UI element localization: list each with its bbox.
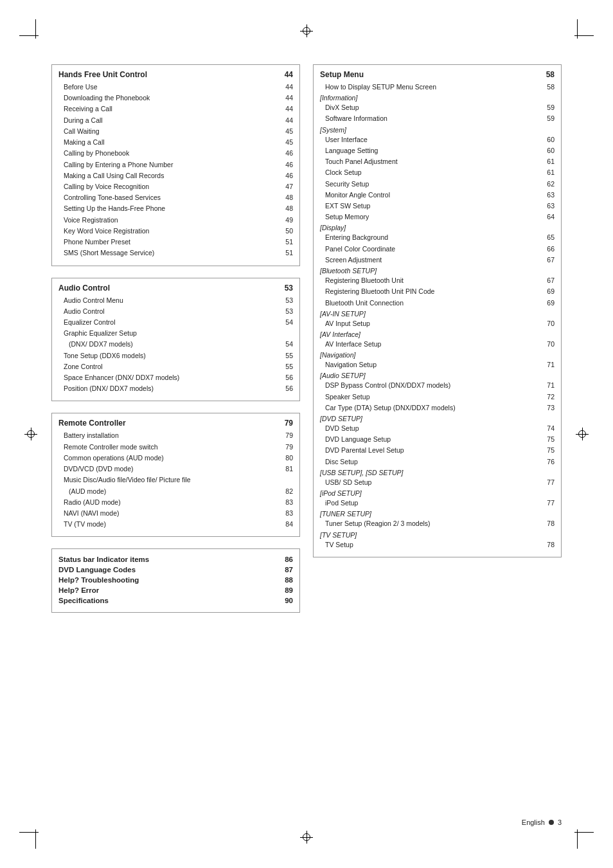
sm-entry-19: Registering Bluetooth Unit PIN Code 69: [320, 286, 555, 297]
hf-entry-5: Making a Call 45: [58, 137, 293, 148]
sm-cat-audiosetup: [Audio SETUP]: [320, 370, 555, 380]
sm-entry-39: iPod Setup 77: [320, 498, 555, 509]
rc-entry-4-sub: (AUD mode) 82: [58, 486, 293, 497]
hf-entry-7: Calling by Entering a Phone Number 46: [58, 159, 293, 170]
sm-cat-system: [System]: [320, 125, 555, 134]
page-footer: English 3: [522, 818, 562, 826]
bottom-item-2: Help? Troubleshooting 88: [58, 575, 293, 585]
footer-language: English: [522, 818, 545, 826]
hands-free-title-page: 44: [285, 70, 293, 79]
sm-entry-35: Disc Setup 76: [320, 457, 555, 467]
rc-entry-3: DVD/VCD (DVD mode) 81: [58, 464, 293, 475]
bottom-item-2-text: Help? Troubleshooting: [58, 576, 139, 584]
crop-mark-tl-v: [35, 19, 36, 39]
bottom-items-box: Status bar Indicator items 86 DVD Langua…: [51, 548, 300, 613]
hf-entry-9: Calling by Voice Recognition 47: [58, 181, 293, 192]
ac-entry-1: Audio Control 53: [58, 306, 293, 317]
setup-menu-header: Setup Menu 58: [320, 70, 555, 79]
sm-entry-18: Registering Bluetooth Unit 67: [320, 275, 555, 286]
ac-entry-6: Space Enhancer (DNX/ DDX7 models) 56: [58, 372, 293, 383]
hf-entry-6: Calling by Phonebook 46: [58, 148, 293, 159]
ac-entry-3-sub-page: 54: [285, 339, 293, 349]
sm-entry-37: USB/ SD Setup 77: [320, 477, 555, 488]
hands-free-box: Hands Free Unit Control 44 Before Use 44…: [51, 64, 300, 266]
bottom-item-0: Status bar Indicator items 86: [58, 554, 293, 565]
reg-mark-top: [300, 24, 313, 37]
sm-cat-information: [Information]: [320, 93, 555, 102]
reg-mark-left: [24, 428, 37, 440]
sm-entry-15: Panel Color Coordinate 66: [320, 244, 555, 255]
sm-entry-8: Clock Setup 61: [320, 167, 555, 178]
setup-menu-box: Setup Menu 58 How to Display SETUP Menu …: [313, 64, 562, 557]
sm-entry-9: Security Setup 62: [320, 179, 555, 190]
hf-entry-1: Downloading the Phonebook 44: [58, 93, 293, 104]
sm-cat-usbsd: [USB SETUP], [SD SETUP]: [320, 467, 555, 477]
bottom-item-0-text: Status bar Indicator items: [58, 556, 149, 563]
footer-dot: [549, 820, 554, 825]
rc-entry-4: Music Disc/Audio file/Video file/ Pictur…: [58, 475, 293, 485]
ac-entry-3-text: Graphic Equalizer Setup: [64, 329, 137, 337]
rc-entry-4-sub-text: (AUD mode): [69, 487, 106, 496]
ac-entry-7: Position (DNX/ DDX7 models) 56: [58, 383, 293, 394]
hf-entry-4: Call Waiting 45: [58, 126, 293, 137]
left-column: Hands Free Unit Control 44 Before Use 44…: [51, 64, 300, 613]
ac-entry-3-sub-text: (DNX/ DDX7 models): [69, 339, 133, 349]
audio-control-title-page: 53: [285, 284, 293, 293]
ac-entry-0: Audio Control Menu 53: [58, 295, 293, 306]
rc-entry-5: Radio (AUD mode) 83: [58, 497, 293, 508]
sm-cat-display: [Display]: [320, 222, 555, 232]
sm-entry-14: Entering Background 65: [320, 232, 555, 243]
bottom-item-1: DVD Language Codes 87: [58, 565, 293, 575]
sm-entry-26: Navigation Setup 71: [320, 359, 555, 370]
sm-entry-10: Monitor Angle Control 63: [320, 190, 555, 201]
hf-entry-3: During a Call 44: [58, 115, 293, 126]
bottom-item-4-page: 90: [285, 597, 293, 604]
sm-cat-ipod: [iPod SETUP]: [320, 488, 555, 498]
sm-entry-12: Setup Memory 64: [320, 212, 555, 222]
setup-menu-title-page: 58: [546, 70, 555, 79]
ac-entry-5: Zone Control 55: [58, 361, 293, 372]
sm-entry-43: TV Setup 78: [320, 539, 555, 550]
remote-controller-header: Remote Controller 79: [58, 419, 293, 428]
bottom-item-3-text: Help? Error: [58, 586, 99, 594]
bottom-item-0-page: 86: [285, 556, 293, 563]
rc-entry-4-sub-page: 82: [285, 487, 293, 496]
bottom-item-1-page: 87: [285, 566, 293, 574]
audio-control-header: Audio Control 53: [58, 284, 293, 293]
bottom-item-1-text: DVD Language Codes: [58, 566, 136, 574]
hands-free-header: Hands Free Unit Control 44: [58, 70, 293, 79]
crop-mark-tr-v: [577, 19, 578, 39]
right-column: Setup Menu 58 How to Display SETUP Menu …: [313, 64, 562, 557]
hf-entry-15: SMS (Short Message Service) 51: [58, 248, 293, 258]
ac-entry-3: Graphic Equalizer Setup: [58, 328, 293, 339]
sm-entry-33: DVD Language Setup 75: [320, 434, 555, 445]
sm-entry-6: Language Setting 60: [320, 145, 555, 156]
bottom-item-3-page: 89: [285, 586, 293, 594]
content-area: Hands Free Unit Control 44 Before Use 44…: [51, 64, 562, 804]
sm-entry-34: DVD Parental Level Setup 75: [320, 445, 555, 456]
hf-entry-2: Receiving a Call 44: [58, 104, 293, 114]
hf-entry-8: Making a Call Using Call Records 46: [58, 170, 293, 181]
crop-mark-bl-v: [35, 829, 36, 849]
rc-entry-2: Common operations (AUD mode) 80: [58, 453, 293, 464]
ac-entry-2: Equalizer Control 54: [58, 317, 293, 328]
footer-page-number: 3: [558, 818, 562, 826]
sm-cat-bluetooth: [Bluetooth SETUP]: [320, 266, 555, 275]
crop-mark-br-v: [577, 829, 578, 849]
sm-entry-32: DVD Setup 74: [320, 423, 555, 434]
sm-entry-7: Touch Panel Adjustment 61: [320, 156, 555, 167]
hands-free-title: Hands Free Unit Control: [58, 70, 147, 79]
hf-entry-14: Phone Number Preset 51: [58, 237, 293, 248]
remote-controller-box: Remote Controller 79 Battery installatio…: [51, 413, 300, 537]
sm-entry-0: How to Display SETUP Menu Screen 58: [320, 82, 555, 93]
ac-entry-3-sub: (DNX/ DDX7 models) 54: [58, 339, 293, 350]
audio-control-title: Audio Control: [58, 284, 110, 293]
ac-entry-4: Tone Setup (DDX6 models) 55: [58, 350, 293, 361]
sm-entry-5: User Interface 60: [320, 134, 555, 145]
bottom-item-4-text: Specifications: [58, 597, 109, 604]
rc-entry-6: NAVI (NAVI mode) 83: [58, 508, 293, 519]
sm-entry-3: Software Information 59: [320, 113, 555, 124]
audio-control-box: Audio Control 53 Audio Control Menu 53 A…: [51, 278, 300, 402]
rc-entry-1: Remote Controller mode switch 79: [58, 442, 293, 453]
hf-entry-0: Before Use 44: [58, 82, 293, 93]
